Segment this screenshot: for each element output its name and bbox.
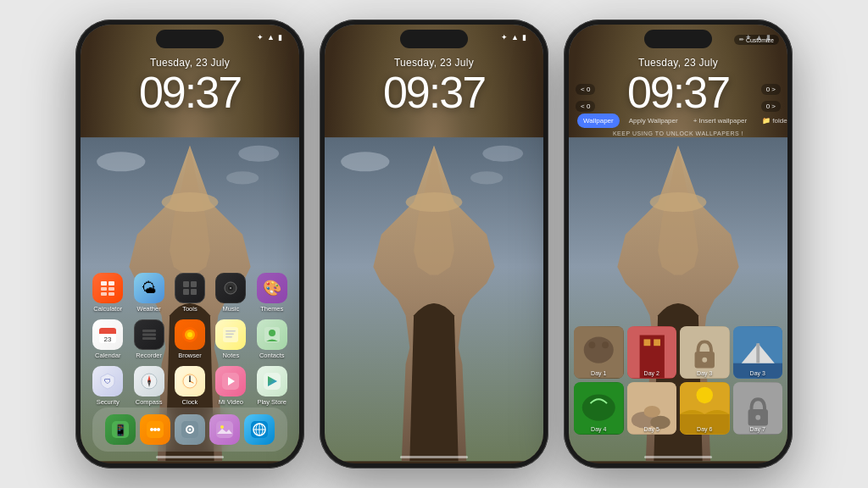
bluetooth-icon-1: ✦	[257, 33, 264, 42]
app-play-store[interactable]: Play Store	[253, 366, 291, 406]
compass-label: Compass	[136, 398, 163, 406]
app-contacts[interactable]: Contacts	[253, 319, 291, 359]
svg-point-1	[162, 192, 219, 212]
contacts-icon	[257, 319, 287, 350]
clock-icon	[175, 366, 205, 396]
svg-point-51	[153, 428, 157, 431]
svg-rect-56	[216, 421, 233, 438]
app-clock[interactable]: Clock	[171, 366, 209, 406]
svg-point-69	[650, 192, 707, 212]
calculator-label: Calculator	[93, 305, 122, 313]
date-time-2: Tuesday, 23 July 09:37	[325, 57, 543, 114]
arrow-left-top[interactable]: < 0	[576, 84, 595, 95]
wallpaper-day3a[interactable]: Day 3	[680, 326, 730, 379]
insert-wallpaper-btn[interactable]: + Insert wallpaper	[687, 114, 753, 128]
dock-settings[interactable]	[175, 414, 205, 445]
mi-video-icon	[215, 366, 246, 396]
dock-browser[interactable]	[244, 414, 275, 445]
dock-phone[interactable]: 📱	[105, 414, 136, 445]
svg-point-80	[702, 358, 707, 363]
app-calculator[interactable]: Calculator	[89, 273, 126, 313]
browser-label: Browser	[178, 352, 202, 359]
svg-point-50	[150, 428, 153, 431]
app-recorder[interactable]: Recorder	[131, 319, 168, 359]
svg-point-2	[97, 152, 145, 171]
recorder-label: Recorder	[136, 352, 162, 359]
weather-icon: 🌤	[134, 273, 164, 303]
dock-applist[interactable]	[140, 414, 170, 445]
notch-3	[644, 30, 712, 48]
dock-gallery[interactable]	[209, 414, 240, 445]
app-music[interactable]: Music	[212, 273, 249, 313]
svg-rect-24	[142, 337, 156, 340]
app-mi-video[interactable]: Mi Video	[212, 366, 249, 406]
svg-point-66	[482, 145, 523, 161]
calendar-label: Calendar	[95, 352, 120, 359]
svg-point-52	[157, 428, 160, 431]
time-label-2: 09:37	[325, 70, 543, 114]
svg-rect-77	[654, 339, 660, 346]
customize-label: Customize	[746, 37, 774, 43]
app-security[interactable]: 🛡 Security	[89, 366, 126, 406]
wifi-icon-1: ▲	[267, 33, 275, 42]
svg-rect-13	[183, 289, 189, 295]
wallpaper-day4[interactable]: Day 4	[574, 382, 624, 435]
phones-container: ✦ ▲ ▮ Tuesday, 23 July 09:37	[0, 0, 868, 488]
svg-rect-9	[101, 292, 107, 296]
wallpaper-tab-btn[interactable]: Wallpaper	[577, 114, 620, 128]
svg-point-64	[406, 192, 463, 212]
wallpaper-day3b[interactable]: Day 3	[733, 326, 783, 379]
svg-rect-29	[225, 330, 236, 332]
arrow-right-mid[interactable]: 0 >	[761, 101, 781, 112]
app-compass[interactable]: Compass	[131, 366, 168, 406]
wallpaper-toolbar: Wallpaper Apply Wallpaper + Insert wallp…	[574, 114, 782, 128]
wallpaper-day6[interactable]: Day 6	[680, 382, 730, 435]
battery-icon-1: ▮	[278, 33, 282, 42]
wallpaper-day7[interactable]: Day 7	[733, 382, 783, 435]
wallpaper-day5[interactable]: Day 5	[627, 382, 677, 435]
svg-rect-30	[225, 334, 234, 336]
app-browser[interactable]: Browser	[171, 319, 209, 359]
customize-button[interactable]: ✏ Customize	[734, 35, 779, 45]
phone-1: ✦ ▲ ▮ Tuesday, 23 July 09:37	[75, 19, 304, 469]
clock-label: Clock	[182, 398, 198, 406]
battery-icon-2: ▮	[522, 33, 526, 42]
bluetooth-icon-2: ✦	[501, 33, 508, 42]
svg-point-55	[188, 429, 191, 431]
app-themes[interactable]: 🎨 Themes	[253, 273, 291, 313]
music-icon	[215, 273, 246, 303]
weather-label: Weather	[136, 305, 160, 313]
svg-rect-14	[191, 289, 197, 295]
svg-rect-76	[643, 339, 650, 346]
arrow-right-top[interactable]: 0 >	[761, 84, 781, 95]
app-calendar[interactable]: 23 Calendar	[89, 319, 126, 359]
notch-1	[156, 30, 224, 48]
date-label-1: Tuesday, 23 July	[81, 57, 299, 69]
app-tools[interactable]: Tools	[171, 273, 209, 313]
status-icons-2: ✦ ▲ ▮	[501, 33, 526, 42]
svg-rect-11	[183, 281, 189, 287]
svg-point-38	[147, 380, 150, 383]
themes-label: Themes	[260, 305, 283, 313]
app-notes[interactable]: Notes	[212, 319, 249, 359]
svg-point-27	[187, 332, 192, 337]
svg-rect-22	[142, 330, 156, 332]
pencil-icon: ✏	[739, 36, 744, 43]
wallpaper-day1[interactable]: Day 1	[574, 326, 624, 379]
arrow-left-mid[interactable]: < 0	[576, 101, 595, 112]
play-store-label: Play Store	[257, 398, 287, 406]
apply-wallpaper-btn[interactable]: Apply Wallpaper	[623, 114, 684, 128]
app-weather[interactable]: 🌤 Weather	[131, 273, 168, 313]
svg-point-72	[589, 341, 596, 348]
svg-rect-5	[101, 281, 107, 286]
time-label-1: 09:37	[81, 70, 299, 114]
security-icon: 🛡	[92, 366, 123, 396]
wallpaper-day2[interactable]: Day 2	[627, 326, 677, 379]
svg-point-92	[697, 387, 714, 404]
mi-video-label: Mi Video	[219, 398, 243, 406]
folder-wallpaper-btn[interactable]: 📁 folder wallpaper	[756, 114, 787, 128]
browser-icon	[175, 319, 205, 350]
svg-point-65	[341, 152, 389, 171]
svg-point-71	[584, 336, 614, 363]
contacts-label: Contacts	[259, 352, 285, 359]
